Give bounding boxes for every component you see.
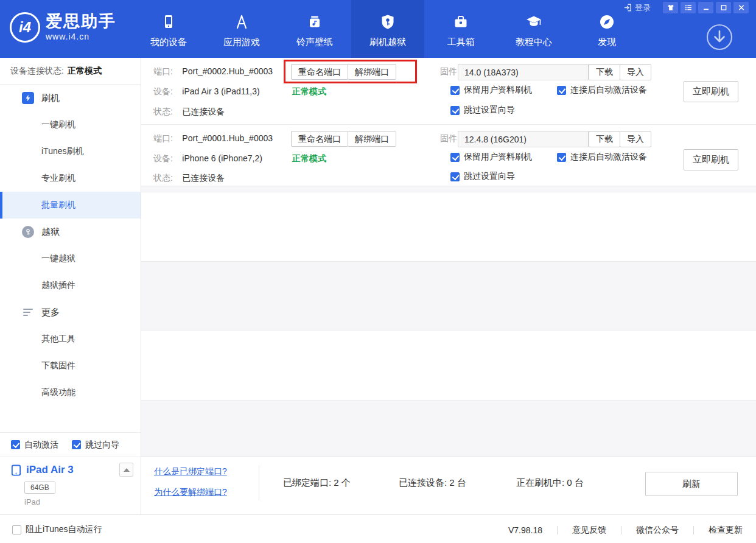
sidebar-item-flash[interactable]: 刷机: [0, 85, 141, 111]
checkbox-label: 阻止iTunes自动运行: [26, 524, 102, 535]
sidebar-item-other-tools[interactable]: 其他工具: [0, 326, 141, 352]
sidebar-item-label: 更多: [41, 307, 60, 318]
tab-flash-jailbreak[interactable]: 刷机越狱: [351, 0, 424, 58]
bound-ports-stat: 已绑定端口: 2 个: [283, 477, 351, 489]
flashing-count-stat: 正在刷机中: 0 台: [516, 477, 584, 489]
why-unbind-port-link[interactable]: 为什么要解绑端口?: [154, 487, 227, 498]
main-menu-button[interactable]: [681, 2, 696, 13]
skip-wizard-checkbox[interactable]: 跳过向导: [72, 440, 119, 450]
unbind-port-button[interactable]: 解绑端口: [348, 131, 396, 147]
flash-device-icon: [22, 92, 34, 104]
download-arrow-icon: [705, 23, 733, 51]
status-label: 状态:: [153, 107, 173, 116]
empty-row: [141, 261, 756, 331]
tab-ringtones-wallpapers[interactable]: 铃声壁纸: [278, 0, 351, 58]
tab-my-devices[interactable]: 我的设备: [132, 0, 205, 58]
block-itunes-checkbox[interactable]: 阻止iTunes自动运行: [12, 524, 102, 535]
checkbox-checked-icon: [72, 440, 81, 449]
phone-icon: [160, 13, 177, 31]
sidebar-item-label: 其他工具: [41, 334, 75, 345]
device-row-ipad: 端口: Port_#0002.Hub_#0003 重命名端口 解绑端口 设备: …: [141, 58, 756, 125]
checkbox-label: 连接后自动激活设备: [570, 152, 647, 163]
i4tools-window: i4 爱思助手 www.i4.cn 我的设备 应用游戏: [0, 0, 756, 543]
more-lines-icon: [22, 306, 34, 318]
checkbox-unchecked-icon: [12, 525, 21, 534]
sidebar-item-label: 高级功能: [41, 387, 75, 398]
toolbox-icon: [452, 13, 469, 31]
sidebar-item-more[interactable]: 更多: [0, 299, 141, 326]
download-manager-button[interactable]: [705, 23, 733, 51]
device-row-iphone: 端口: Port_#0001.Hub_#0003 重命名端口 解绑端口 设备: …: [141, 125, 756, 186]
feedback-link[interactable]: 意见反馈: [572, 525, 606, 536]
auto-activate-checkbox[interactable]: 自动激活: [11, 440, 58, 450]
import-firmware-button[interactable]: 导入: [620, 131, 651, 147]
status-bar: 阻止iTunes自动运行 V7.98.18 意见反馈 微信公众号 检查更新: [0, 514, 756, 543]
empty-row: [141, 400, 756, 457]
collapse-device-panel-button[interactable]: [119, 463, 133, 477]
row-separator: [141, 186, 756, 192]
sidebar-item-label: 一键越狱: [41, 253, 75, 264]
sidebar-item-jailbreak[interactable]: 越狱: [0, 219, 141, 245]
sidebar-item-pro-flash[interactable]: 专业刷机: [0, 165, 141, 192]
login-button[interactable]: 登录: [623, 2, 651, 13]
keep-data-checkbox[interactable]: 保留用户资料刷机: [450, 152, 532, 163]
status-value: 已连接设备: [182, 107, 225, 116]
device-mode: 正常模式: [292, 85, 326, 97]
tab-toolbox[interactable]: 工具箱: [424, 0, 497, 58]
sidebar-item-label: 专业刷机: [41, 173, 75, 184]
minimize-icon: [702, 4, 710, 12]
port-label: 端口:: [153, 133, 173, 143]
flash-now-button[interactable]: 立即刷机: [684, 149, 738, 170]
sidebar-item-label: 刷机: [41, 93, 60, 104]
checkbox-checked-icon: [11, 440, 20, 449]
auto-activate-after-connect-checkbox[interactable]: 连接后自动激活设备: [557, 152, 647, 163]
status-label: 设备连接状态:: [10, 66, 64, 77]
sidebar-item-download-firmware[interactable]: 下载固件: [0, 352, 141, 379]
keep-data-checkbox[interactable]: 保留用户资料刷机: [450, 85, 532, 96]
wechat-link[interactable]: 微信公众号: [636, 525, 679, 536]
sidebar-item-batch-flash[interactable]: 批量刷机: [0, 192, 141, 219]
sidebar-item-jailbreak-plugins[interactable]: 越狱插件: [0, 272, 141, 299]
port-value: Port_#0001.Hub_#0003: [182, 133, 273, 143]
jailbreak-key-icon: [22, 226, 34, 238]
sidebar-item-label: 批量刷机: [41, 200, 75, 211]
tab-tutorial-center[interactable]: 教程中心: [497, 0, 570, 58]
i4-logo-icon: i4: [10, 12, 40, 43]
tablet-icon: [10, 464, 22, 476]
download-firmware-button[interactable]: 下载: [589, 64, 620, 80]
version-text: V7.98.18: [508, 525, 542, 535]
sidebar-item-one-click-jailbreak[interactable]: 一键越狱: [0, 245, 141, 272]
skip-setup-wizard-checkbox[interactable]: 跳过设置向导: [450, 171, 515, 182]
what-is-bound-port-link[interactable]: 什么是已绑定端口?: [154, 466, 227, 477]
auto-activate-after-connect-checkbox[interactable]: 连接后自动激活设备: [557, 85, 647, 96]
sidebar-item-advanced-features[interactable]: 高级功能: [0, 379, 141, 406]
refresh-button[interactable]: 刷新: [645, 472, 738, 496]
sidebar-item-label: 越狱插件: [41, 280, 75, 291]
tab-apps-games[interactable]: 应用游戏: [205, 0, 278, 58]
download-firmware-button[interactable]: 下载: [589, 131, 620, 147]
firmware-input[interactable]: [458, 64, 589, 80]
import-firmware-button[interactable]: 导入: [620, 64, 651, 80]
rename-port-button[interactable]: 重命名端口: [291, 64, 348, 80]
check-update-link[interactable]: 检查更新: [709, 525, 743, 536]
tab-label: 铃声壁纸: [296, 37, 333, 48]
vertical-divider: [621, 526, 621, 534]
maximize-icon: [719, 4, 728, 12]
firmware-input[interactable]: [458, 131, 589, 147]
theme-button[interactable]: [663, 2, 678, 13]
close-button[interactable]: [733, 2, 749, 13]
sidebar-item-label: 下载固件: [41, 360, 75, 371]
skip-setup-wizard-checkbox[interactable]: 跳过设置向导: [450, 105, 515, 116]
sidebar-item-itunes-flash[interactable]: iTunes刷机: [0, 138, 141, 165]
minimize-button[interactable]: [698, 2, 713, 13]
rename-port-button[interactable]: 重命名端口: [291, 131, 348, 147]
shield-key-icon: [379, 13, 396, 31]
window-controls: 登录: [623, 2, 749, 13]
flash-now-button[interactable]: 立即刷机: [684, 81, 738, 102]
unbind-port-button[interactable]: 解绑端口: [348, 64, 396, 80]
sidebar-item-one-click-flash[interactable]: 一键刷机: [0, 111, 141, 138]
maximize-button[interactable]: [716, 2, 731, 13]
device-name: iPad Air 3: [26, 464, 74, 476]
status-label: 状态:: [153, 173, 173, 183]
port-label: 端口:: [153, 66, 173, 76]
